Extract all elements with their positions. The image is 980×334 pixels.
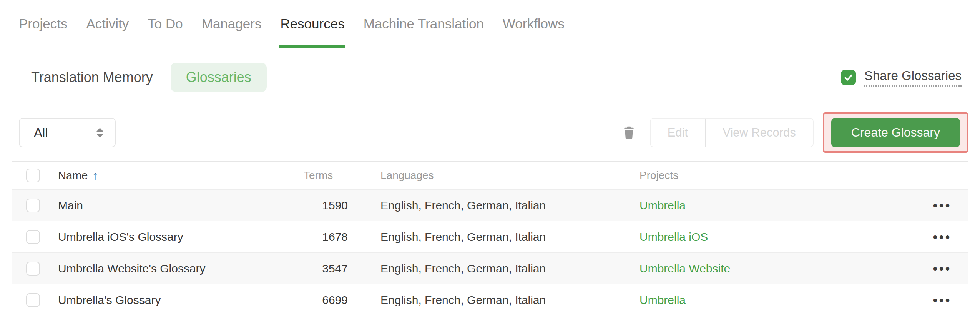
tab-machine-translation[interactable]: Machine Translation: [364, 0, 484, 48]
share-glossaries-checkbox[interactable]: [841, 70, 856, 85]
table-row: Umbrella Website's Glossary 3547 English…: [12, 253, 968, 284]
row-menu-button[interactable]: •••: [931, 195, 954, 215]
delete-glossary-button[interactable]: [618, 121, 641, 144]
resources-subnav: Translation Memory Glossaries Share Glos…: [12, 62, 968, 92]
glossary-languages: English, French, German, Italian: [348, 294, 639, 307]
project-link[interactable]: Umbrella Website: [639, 262, 730, 275]
checkmark-icon: [843, 72, 854, 83]
tab-activity[interactable]: Activity: [86, 0, 129, 48]
glossary-languages: English, French, German, Italian: [348, 199, 639, 212]
glossary-name: Main: [58, 199, 304, 212]
column-header-languages: Languages: [348, 169, 639, 182]
view-records-button[interactable]: View Records: [705, 119, 813, 147]
glossary-name: Umbrella's Glossary: [58, 294, 304, 307]
project-link[interactable]: Umbrella: [639, 294, 686, 306]
table-row: Main 1590 English, French, German, Itali…: [12, 190, 968, 221]
select-all-checkbox[interactable]: [26, 169, 40, 182]
glossary-filter-select[interactable]: All: [19, 118, 116, 147]
trash-icon: [623, 125, 635, 140]
glossary-project-cell: Umbrella: [639, 199, 916, 212]
glossary-project-cell: Umbrella iOS: [639, 230, 916, 244]
tab-workflows[interactable]: Workflows: [503, 0, 565, 48]
glossaries-toolbar: All Edit View Records Create Glossary: [12, 118, 968, 147]
edit-view-button-group: Edit View Records: [650, 118, 814, 147]
create-glossary-highlight-annotation: Create Glossary: [823, 112, 968, 153]
tab-todo[interactable]: To Do: [148, 0, 183, 48]
column-header-terms: Terms: [304, 169, 333, 182]
row-menu-button[interactable]: •••: [931, 290, 954, 310]
glossary-project-cell: Umbrella: [639, 294, 916, 307]
glossary-terms-count: 6699: [322, 294, 348, 307]
table-row: Umbrella iOS's Glossary 1678 English, Fr…: [12, 221, 968, 253]
glossaries-table: Name ↑ Terms Languages Projects Main 159…: [12, 161, 968, 316]
sort-ascending-icon: ↑: [92, 169, 98, 182]
filter-selected-value: All: [34, 125, 48, 140]
share-glossaries-toggle[interactable]: Share Glossaries: [841, 68, 962, 87]
column-header-projects: Projects: [639, 169, 916, 182]
glossary-languages: English, French, German, Italian: [348, 262, 639, 275]
table-row: Umbrella's Glossary 6699 English, French…: [12, 284, 968, 316]
project-link[interactable]: Umbrella: [639, 199, 686, 212]
select-caret-icon: [95, 127, 105, 139]
project-link[interactable]: Umbrella iOS: [639, 230, 708, 243]
share-glossaries-label[interactable]: Share Glossaries: [864, 68, 962, 87]
row-menu-button[interactable]: •••: [931, 227, 954, 247]
row-menu-button[interactable]: •••: [931, 259, 954, 279]
row-checkbox[interactable]: [26, 293, 40, 307]
subtab-glossaries[interactable]: Glossaries: [171, 63, 267, 92]
glossary-terms-count: 1590: [322, 199, 348, 212]
toolbar-actions: Edit View Records Create Glossary: [618, 112, 968, 153]
subtab-translation-memory[interactable]: Translation Memory: [31, 69, 153, 85]
glossary-name: Umbrella iOS's Glossary: [58, 230, 304, 244]
row-checkbox[interactable]: [26, 262, 40, 276]
glossary-project-cell: Umbrella Website: [639, 262, 916, 275]
tab-managers[interactable]: Managers: [202, 0, 262, 48]
row-checkbox[interactable]: [26, 230, 40, 244]
name-header-label: Name: [58, 169, 88, 182]
create-glossary-button[interactable]: Create Glossary: [831, 118, 960, 147]
glossary-terms-count: 1678: [322, 230, 348, 244]
row-checkbox[interactable]: [26, 199, 40, 212]
tab-resources[interactable]: Resources: [280, 0, 344, 48]
table-header-row: Name ↑ Terms Languages Projects: [12, 162, 968, 190]
top-navigation: Projects Activity To Do Managers Resourc…: [12, 0, 968, 48]
column-header-name[interactable]: Name ↑: [58, 169, 304, 182]
tab-projects[interactable]: Projects: [19, 0, 67, 48]
glossary-name: Umbrella Website's Glossary: [58, 262, 304, 275]
edit-button[interactable]: Edit: [651, 119, 705, 147]
glossary-languages: English, French, German, Italian: [348, 230, 639, 244]
glossary-terms-count: 3547: [322, 262, 348, 275]
